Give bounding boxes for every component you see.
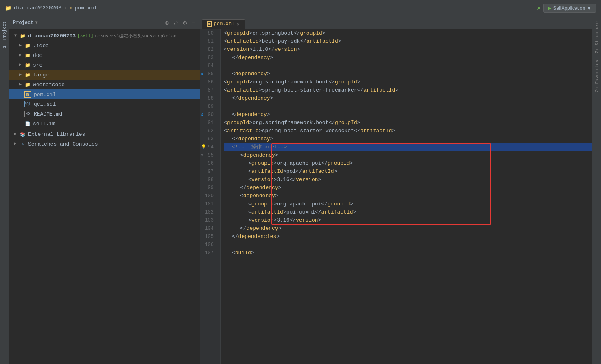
ext-libs-label: External Libraries <box>28 131 85 137</box>
tree-item-readme[interactable]: MD README.md <box>9 109 200 119</box>
editor-area: m pom.xml ✕ 80 81 82 83 84 ↺ 85 86 87 88… <box>200 16 592 364</box>
line-num-102: 102 <box>200 208 217 216</box>
tree-root[interactable]: 📁 diancan20200203 [sell] C:\Users\编程小石头\… <box>9 31 200 41</box>
code-line-82: <version>1.1.0</version> <box>224 46 592 54</box>
scratches-arrow <box>12 141 19 147</box>
right-tab-strip: Z: Structure 2: Favorites <box>592 16 601 364</box>
line-num-82: 82 <box>200 46 217 54</box>
line-num-81: 81 <box>200 37 217 46</box>
line-num-90: ↺ 90 <box>200 111 217 119</box>
sql-icon: SQL <box>24 101 31 107</box>
line-num-88: 88 <box>200 94 217 102</box>
tree-item-sql[interactable]: SQL qcl.sql <box>9 99 200 109</box>
tree-item-idea[interactable]: 📁 .idea <box>9 41 200 50</box>
code-content[interactable]: <groupId>cn.springboot</groupId> <artifa… <box>221 29 592 364</box>
code-line-91: <groupId>org.springframework.boot</group… <box>224 119 592 127</box>
line-num-107: 107 <box>200 249 217 257</box>
line-num-99: 99 <box>200 184 217 192</box>
tree-item-src[interactable]: 📁 src <box>9 60 200 70</box>
target-folder-icon: 📁 <box>24 72 31 78</box>
code-line-83: </dependency> <box>224 54 592 62</box>
panel-actions: ⊕ ⇄ ⚙ − <box>164 19 196 27</box>
tab-file-icon: m <box>207 21 212 27</box>
target-arrow <box>17 72 24 78</box>
locate-file-button[interactable]: ⊕ <box>164 19 170 27</box>
project-icon: 📁 <box>5 5 11 11</box>
code-line-104: </dependency> <box>240 225 592 233</box>
tab-structure[interactable]: Z: Structure <box>593 18 601 57</box>
tab-pom-xml[interactable]: m pom.xml ✕ <box>202 19 245 29</box>
minimize-button[interactable]: − <box>191 19 196 27</box>
dropdown-arrow-icon: ▼ <box>587 5 592 11</box>
tree-item-doc[interactable]: 📁 doc <box>9 50 200 60</box>
run-config-label: SellApplication <box>553 5 585 11</box>
tree-item-wechatcode[interactable]: 📁 wechatcode <box>9 80 200 89</box>
code-line-89 <box>224 102 592 111</box>
code-line-90: <dependency> <box>224 111 592 119</box>
sidebar-item-project-tab[interactable]: 1: Project <box>1 18 8 51</box>
tab-label: pom.xml <box>214 21 234 27</box>
run-config-button[interactable]: ▶ SellApplication ▼ <box>543 4 596 13</box>
line-num-80: 80 <box>200 29 217 37</box>
line-num-98: 98 <box>200 176 217 184</box>
tree-item-ext-libs[interactable]: 📚 External Libraries <box>9 129 200 139</box>
code-line-86: <groupId>org.springframework.boot</group… <box>224 78 592 86</box>
line-num-104: 104 <box>200 225 217 233</box>
code-line-95: <dependency> <box>240 151 592 159</box>
line-num-89: 89 <box>200 102 217 111</box>
code-line-105: </dependencies> <box>224 233 592 241</box>
pom-label: pom.xml <box>34 92 56 98</box>
project-panel-header: Project ▼ ⊕ ⇄ ⚙ − <box>9 16 200 29</box>
code-line-81: <artifactId>best-pay-sdk</artifactId> <box>224 37 592 46</box>
root-badge: [sell] <box>77 33 94 38</box>
sql-label: qcl.sql <box>34 101 56 107</box>
readme-icon: MD <box>24 111 31 117</box>
navigate-icon[interactable]: ↗ <box>537 4 540 11</box>
line-num-95: ▼ 95 <box>200 151 217 159</box>
code-line-87: <artifactId>spring-boot-starter-freemark… <box>224 86 592 94</box>
breadcrumb: 📁 diancan20200203 › m pom.xml <box>5 5 97 11</box>
readme-label: README.md <box>34 111 62 117</box>
ext-libs-icon: 📚 <box>20 131 26 137</box>
settings-button[interactable]: ⚙ <box>181 19 188 27</box>
project-panel-title: Project ▼ <box>13 20 37 26</box>
code-line-93: </dependency> <box>224 135 592 143</box>
line-num-91: 91 <box>200 119 217 127</box>
line-num-106: 106 <box>200 241 217 249</box>
file-icon-title: m <box>70 6 72 11</box>
doc-arrow <box>17 52 24 59</box>
code-line-97: <artifactId>poi</artifactId> <box>248 168 592 176</box>
gutter-icon-94: 💡 <box>201 143 206 151</box>
code-line-103: <version>3.16</version> <box>248 216 592 225</box>
doc-folder-icon: 📁 <box>24 52 31 59</box>
title-bar: 📁 diancan20200203 › m pom.xml ↗ ▶ SellAp… <box>0 0 601 16</box>
scratches-icon: ✎ <box>20 141 26 147</box>
code-line-99: </dependency> <box>240 184 592 192</box>
wechatcode-folder-icon: 📁 <box>24 81 31 88</box>
code-line-88: </dependency> <box>224 94 592 102</box>
tree-item-target[interactable]: 📁 target <box>9 70 200 80</box>
tree-item-pom[interactable]: m pom.xml <box>9 89 200 99</box>
code-line-96: <groupId>org.apache.poi</groupId> <box>248 159 592 168</box>
tree-item-iml[interactable]: 📄 sell.iml <box>9 119 200 129</box>
line-num-103: 103 <box>200 216 217 225</box>
gutter-icon-90: ↺ <box>201 111 203 119</box>
tab-favorites[interactable]: 2: Favorites <box>593 57 601 95</box>
code-editor: 80 81 82 83 84 ↺ 85 86 87 88 89 ↺ 90 91 … <box>200 29 592 364</box>
line-numbers-gutter: 80 81 82 83 84 ↺ 85 86 87 88 89 ↺ 90 91 … <box>200 29 221 364</box>
tree-item-scratches[interactable]: ✎ Scratches and Consoles <box>9 139 200 149</box>
code-line-85: <dependency> <box>224 70 592 78</box>
run-icon: ▶ <box>548 5 551 11</box>
breadcrumb-sep1: › <box>64 5 67 11</box>
wechatcode-label: wechatcode <box>33 82 65 88</box>
target-label: target <box>33 72 52 78</box>
wechatcode-arrow <box>17 81 24 88</box>
scroll-from-source-button[interactable]: ⇄ <box>173 19 179 27</box>
file-name-title: pom.xml <box>74 5 97 11</box>
iml-icon: 📄 <box>24 120 31 127</box>
dropdown-chevron-icon: ▼ <box>35 20 37 25</box>
idea-arrow <box>17 42 24 49</box>
gutter-icon-95: ▼ <box>201 151 203 159</box>
pom-icon: m <box>24 91 31 98</box>
tab-close-button[interactable]: ✕ <box>237 22 240 27</box>
